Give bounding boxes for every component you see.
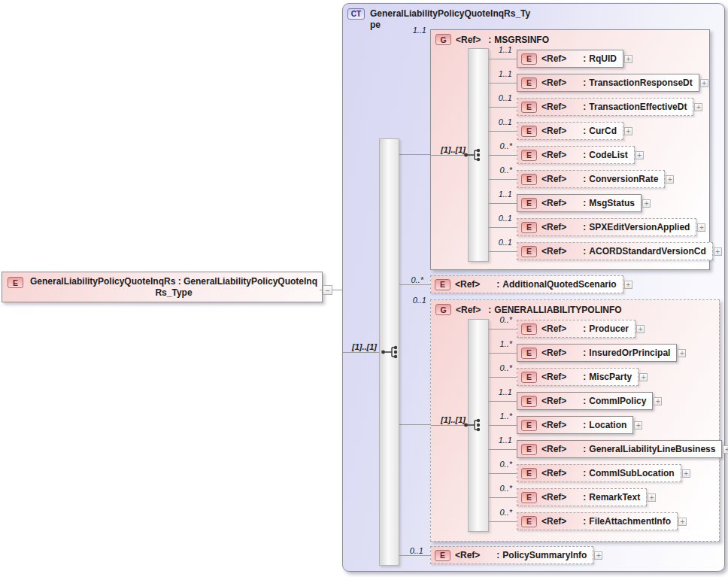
expand-icon[interactable]: + — [634, 421, 642, 430]
element-box[interactable]: E<Ref>:ACORDStandardVersionCd — [517, 242, 713, 260]
element-box[interactable]: E<Ref>:GeneralLiabilityLineBusiness — [517, 440, 722, 458]
expand-icon[interactable]: + — [635, 151, 644, 159]
element-row[interactable]: 0..*E<Ref>:CommlSubLocation+ — [517, 464, 690, 482]
colon: : — [583, 174, 586, 184]
element-box[interactable]: E<Ref>:AdditionalQuotedScenario — [430, 275, 623, 293]
element-box[interactable]: E<Ref>:SPXEditVersionApplied — [517, 218, 696, 236]
element-box[interactable]: E<Ref>:TransactionEffectiveDt — [517, 98, 693, 116]
element-row[interactable]: 1..1E<Ref>:TransactionResponseDt+ — [517, 74, 708, 92]
expand-icon[interactable]: + — [694, 103, 702, 111]
expand-icon[interactable]: + — [700, 79, 708, 87]
element-row[interactable]: 0..*E<Ref>:MiscParty+ — [517, 368, 648, 386]
collapse-icon[interactable]: − — [323, 285, 332, 295]
element-icon: E — [521, 468, 537, 479]
element-icon: E — [521, 198, 537, 209]
element-box[interactable]: E<Ref>:TransactionResponseDt — [517, 74, 699, 92]
expand-icon[interactable]: + — [678, 349, 686, 357]
complex-type-title: GeneralLiabilityPolicyQuoteInqRs_Type — [370, 8, 531, 31]
expand-icon[interactable]: + — [678, 518, 687, 526]
colon: : — [583, 323, 586, 334]
colon: : — [583, 516, 586, 527]
colon: : — [583, 444, 586, 454]
group-header[interactable]: G <Ref> : GENERALLIABILITYPOLINFO — [435, 304, 622, 315]
expand-icon[interactable]: + — [624, 55, 632, 63]
element-row[interactable]: 0..1E<Ref>:TransactionEffectiveDt+ — [517, 98, 702, 116]
root-element-box[interactable]: E GeneralLiabilityPolicyQuoteInqRs : Gen… — [2, 272, 323, 302]
colon: : — [583, 77, 586, 88]
expand-icon[interactable]: + — [642, 199, 651, 208]
element-box[interactable]: E<Ref>:PolicySummaryInfo — [430, 546, 593, 564]
connector-line — [431, 155, 468, 156]
element-row[interactable]: 1..*E<Ref>:Location+ — [517, 416, 642, 434]
element-name: CommlPolicy — [589, 396, 646, 406]
element-box[interactable]: E<Ref>:MiscParty — [517, 368, 639, 386]
element-box[interactable]: E<Ref>:Location — [517, 416, 633, 434]
element-box[interactable]: E<Ref>:MsgStatus — [517, 194, 642, 212]
expand-icon[interactable]: + — [624, 127, 632, 135]
element-box[interactable]: E<Ref>:CommlPolicy — [517, 392, 653, 410]
element-row[interactable]: 0..1E<Ref>:ACORDStandardVersionCd+ — [517, 242, 722, 260]
element-icon: E — [521, 420, 537, 431]
element-row[interactable]: 1..1E<Ref>:MsgStatus+ — [517, 194, 651, 212]
expand-icon[interactable]: + — [624, 281, 632, 289]
element-row[interactable]: 0..*E<Ref>:ConversionRate+ — [517, 170, 674, 188]
element-row[interactable]: 1..1E<Ref>:RqUID+ — [517, 50, 632, 68]
group-header[interactable]: G <Ref> : MSGRSINFO — [435, 34, 549, 45]
expand-icon[interactable]: + — [697, 223, 705, 232]
schema-diagram-canvas: E GeneralLiabilityPolicyQuoteInqRs : Gen… — [0, 0, 728, 577]
expand-icon[interactable]: + — [714, 248, 722, 256]
element-box[interactable]: E<Ref>:CurCd — [517, 122, 623, 140]
element-row[interactable]: 1..1E<Ref>:CommlPolicy+ — [517, 392, 662, 410]
element-row[interactable]: 0..1E<Ref>:PolicySummaryInfo+ — [430, 546, 602, 564]
element-icon: E — [521, 246, 537, 257]
expand-icon[interactable]: + — [636, 325, 645, 333]
expand-icon[interactable]: + — [648, 493, 656, 502]
element-icon: E — [521, 150, 537, 161]
element-box[interactable]: E<Ref>:RqUID — [517, 50, 623, 68]
expand-icon[interactable]: + — [594, 551, 602, 560]
cardinality-label: 0..1 — [410, 546, 423, 555]
element-row[interactable]: 0..*E<Ref>:FileAttachmentInfo+ — [517, 512, 687, 530]
connector-line — [489, 251, 517, 252]
colon: : — [583, 126, 586, 136]
element-box[interactable]: E<Ref>:Producer — [517, 320, 635, 338]
cardinality-label: 1..1 — [499, 69, 512, 78]
element-box[interactable]: E<Ref>:InsuredOrPrincipal — [517, 344, 677, 362]
element-box[interactable]: E<Ref>:CodeList — [517, 146, 635, 164]
ref-label: <Ref> — [541, 444, 566, 454]
ref-label: <Ref> — [541, 77, 566, 88]
element-row[interactable]: 1..*E<Ref>:InsuredOrPrincipal+ — [517, 344, 686, 362]
element-box[interactable]: E<Ref>:FileAttachmentInfo — [517, 512, 678, 530]
element-box[interactable]: E<Ref>:ConversionRate — [517, 170, 665, 188]
element-row[interactable]: 0..1E<Ref>:CurCd+ — [517, 122, 632, 140]
colon: : — [583, 348, 586, 358]
element-icon: E — [521, 126, 537, 137]
element-name: MsgStatus — [589, 198, 635, 208]
expand-icon[interactable]: + — [723, 445, 728, 454]
element-icon: E — [521, 516, 537, 527]
connector-line — [489, 179, 517, 180]
expand-icon[interactable]: + — [666, 175, 674, 184]
element-box[interactable]: E<Ref>:RemarkText — [517, 488, 647, 506]
element-row[interactable]: 1..1E<Ref>:GeneralLiabilityLineBusiness+ — [517, 440, 728, 458]
element-row[interactable]: 0..*E<Ref>:CodeList+ — [517, 146, 644, 164]
element-row[interactable]: 0..*E<Ref>:RemarkText+ — [517, 488, 656, 506]
element-row[interactable]: 0..1E<Ref>:SPXEditVersionApplied+ — [517, 218, 705, 236]
expand-icon[interactable]: + — [654, 397, 662, 405]
ref-label: <Ref> — [541, 102, 566, 112]
colon: : — [583, 396, 586, 406]
colon: : — [583, 468, 586, 478]
expand-icon[interactable]: + — [682, 469, 690, 478]
element-name: CurCd — [589, 126, 617, 136]
connector-line — [489, 353, 517, 354]
cardinality-label: 0..* — [499, 508, 512, 517]
colon: : — [583, 198, 586, 208]
connector-line — [489, 107, 517, 108]
element-row[interactable]: 0..*E<Ref>:AdditionalQuotedScenario+ — [430, 275, 632, 293]
element-name: RemarkText — [589, 492, 640, 503]
colon: : — [488, 35, 491, 45]
element-box[interactable]: E<Ref>:CommlSubLocation — [517, 464, 681, 482]
expand-icon[interactable]: + — [639, 373, 648, 381]
element-row[interactable]: 0..*E<Ref>:Producer+ — [517, 320, 645, 338]
element-name: GeneralLiabilityLineBusiness — [589, 444, 715, 454]
